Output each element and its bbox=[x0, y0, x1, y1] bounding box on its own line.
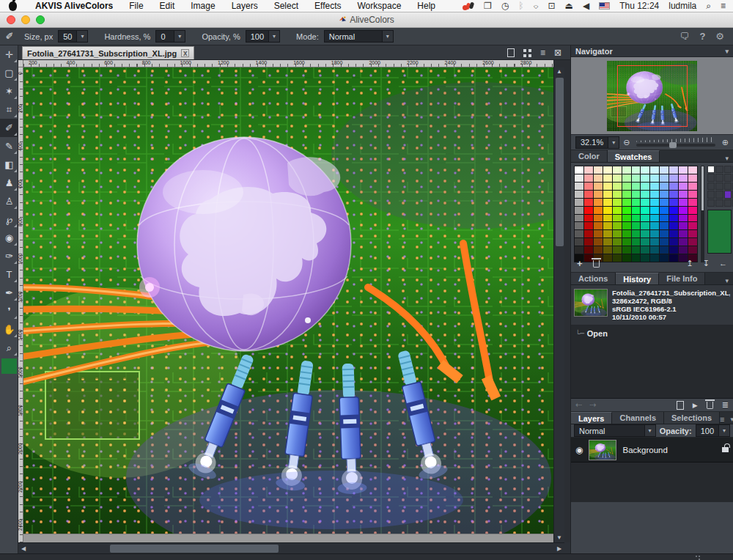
document-close-icon[interactable]: x bbox=[181, 49, 189, 57]
swatch-cell[interactable] bbox=[584, 207, 593, 214]
zoom-in-icon[interactable]: ⊕ bbox=[722, 138, 729, 147]
layer-opacity-dropdown[interactable]: 100▾ bbox=[696, 424, 730, 437]
swatch-cell[interactable] bbox=[660, 246, 668, 254]
selection-tool[interactable]: ▢ bbox=[0, 64, 18, 82]
swatch-cell[interactable] bbox=[575, 230, 583, 237]
swatch-cell[interactable] bbox=[660, 207, 668, 214]
swatch-cell[interactable] bbox=[660, 199, 668, 206]
color-panel-menu-icon[interactable]: ▾ bbox=[725, 155, 729, 162]
notification-center-icon[interactable]: ≡ bbox=[721, 1, 726, 11]
swatch-cell[interactable] bbox=[669, 166, 678, 174]
chameleon-brush-tool[interactable]: ♙ bbox=[0, 192, 18, 210]
swatch-cell[interactable] bbox=[650, 238, 659, 246]
swatch-cell[interactable] bbox=[622, 207, 631, 214]
move-tool[interactable]: ✛ bbox=[0, 45, 18, 64]
navigator-header[interactable]: Navigator ▾ bbox=[571, 45, 733, 57]
swatch-cell[interactable] bbox=[669, 230, 678, 237]
spotlight-search-icon[interactable]: ⌕ bbox=[706, 1, 711, 11]
swatch-cell[interactable] bbox=[688, 230, 697, 237]
input-language-flag-icon[interactable] bbox=[599, 2, 610, 10]
recent-swatch-cell[interactable] bbox=[715, 166, 723, 173]
history-panel-menu-icon[interactable]: ▾ bbox=[725, 277, 729, 284]
menu-item-file[interactable]: File bbox=[121, 1, 151, 11]
swatch-cell[interactable] bbox=[575, 246, 583, 254]
recent-swatch-cell[interactable] bbox=[707, 199, 715, 207]
swatch-cell[interactable] bbox=[622, 191, 631, 198]
swatch-cell[interactable] bbox=[575, 166, 583, 174]
swatch-cell[interactable] bbox=[594, 246, 603, 254]
recent-swatch-cell[interactable] bbox=[724, 191, 732, 198]
feedback-icon[interactable]: 🗨 bbox=[679, 31, 689, 42]
fill-tool[interactable]: ◧ bbox=[0, 155, 18, 174]
swatch-cell[interactable] bbox=[603, 199, 612, 206]
swatch-cell[interactable] bbox=[584, 199, 593, 206]
navigator-viewport-frame[interactable] bbox=[617, 65, 688, 127]
layer-lock-icon[interactable] bbox=[722, 447, 729, 452]
swatch-cell[interactable] bbox=[622, 230, 631, 237]
swatch-cell[interactable] bbox=[632, 207, 641, 214]
clone-stamp-tool[interactable]: ♟ bbox=[0, 174, 18, 192]
menu-item-layers[interactable]: Layers bbox=[224, 1, 266, 11]
swatch-cell[interactable] bbox=[594, 238, 603, 246]
swatch-cell[interactable] bbox=[594, 191, 603, 198]
swatch-cell[interactable] bbox=[641, 166, 649, 174]
recent-swatch-cell[interactable] bbox=[724, 174, 732, 181]
swatch-cell[interactable] bbox=[584, 215, 593, 222]
recent-swatch-cell[interactable] bbox=[707, 191, 715, 198]
swatch-cell[interactable] bbox=[622, 199, 631, 206]
swatch-cell[interactable] bbox=[650, 222, 659, 229]
menu-clock[interactable]: Thu 12:24 bbox=[619, 1, 659, 11]
swatch-cell[interactable] bbox=[641, 199, 649, 206]
tile-windows-icon[interactable] bbox=[523, 49, 531, 57]
swatch-cell[interactable] bbox=[669, 215, 678, 222]
swatch-cell[interactable] bbox=[622, 174, 631, 182]
horizontal-scroll-thumb[interactable] bbox=[110, 545, 279, 553]
new-view-icon[interactable] bbox=[507, 48, 515, 57]
canvas[interactable] bbox=[23, 67, 553, 534]
swatch-cell[interactable] bbox=[584, 230, 593, 237]
delete-state-icon[interactable] bbox=[707, 402, 713, 409]
smart-brush-tool[interactable]: ✎ bbox=[0, 137, 18, 155]
windows-icon[interactable]: ❐ bbox=[484, 1, 492, 11]
swatch-cell[interactable] bbox=[679, 246, 688, 254]
export-swatches-icon[interactable]: ↥ bbox=[687, 259, 693, 268]
swatch-cell[interactable] bbox=[594, 199, 603, 206]
swatch-cell[interactable] bbox=[575, 222, 583, 229]
swatch-cell[interactable] bbox=[613, 174, 622, 182]
lasso-tool[interactable]: ℘ bbox=[0, 210, 18, 229]
swatch-cell[interactable] bbox=[641, 183, 649, 190]
menu-item-edit[interactable]: Edit bbox=[152, 1, 183, 11]
tab-channels[interactable]: Channels bbox=[612, 412, 664, 424]
redo-icon[interactable]: ⇢ bbox=[589, 400, 596, 410]
tab-file-info[interactable]: File Info bbox=[659, 273, 705, 284]
swatch-cell[interactable] bbox=[584, 191, 593, 198]
swatch-cell[interactable] bbox=[632, 174, 641, 182]
zoom-slider-knob[interactable] bbox=[669, 142, 677, 148]
swatch-cell[interactable] bbox=[660, 166, 668, 174]
swatch-cell[interactable] bbox=[594, 207, 603, 214]
navigator-menu-icon[interactable]: ▾ bbox=[725, 48, 729, 55]
swatch-cell[interactable] bbox=[688, 222, 697, 229]
swatch-cell[interactable] bbox=[669, 199, 678, 206]
zoom-slider[interactable] bbox=[633, 137, 718, 147]
swatch-cell[interactable] bbox=[641, 238, 649, 246]
add-swatch-icon[interactable]: + bbox=[577, 258, 583, 269]
swatch-cell[interactable] bbox=[594, 230, 603, 237]
swatch-cell[interactable] bbox=[584, 222, 593, 229]
recent-swatch-cell[interactable] bbox=[715, 191, 723, 198]
swatch-cell[interactable] bbox=[622, 238, 631, 246]
swatch-cell[interactable] bbox=[603, 238, 612, 246]
recent-swatch-cell[interactable] bbox=[724, 183, 732, 190]
swatch-cell[interactable] bbox=[660, 215, 668, 222]
tab-color[interactable]: Color bbox=[571, 150, 608, 162]
menu-item-select[interactable]: Select bbox=[266, 1, 306, 11]
new-document-icon[interactable] bbox=[677, 401, 684, 410]
swatch-cell[interactable] bbox=[669, 246, 678, 254]
swatch-cell[interactable] bbox=[632, 166, 641, 174]
eyedropper-tool[interactable]: ❜ bbox=[0, 302, 18, 320]
recent-swatch-cell[interactable] bbox=[715, 199, 723, 207]
swatch-cell[interactable] bbox=[688, 183, 697, 190]
swatch-cell[interactable] bbox=[679, 222, 688, 229]
vertical-scrollbar[interactable]: ▲ ▼ bbox=[553, 67, 564, 542]
swatch-cell[interactable] bbox=[632, 230, 641, 237]
